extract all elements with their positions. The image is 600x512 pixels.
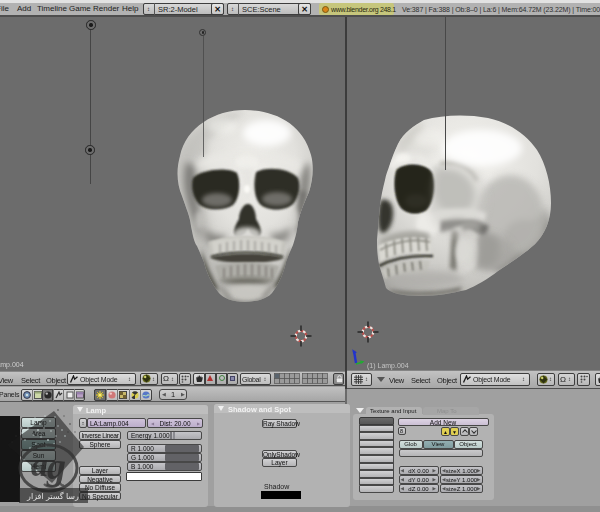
svg-text:g: g [46,445,66,487]
svg-text:رسا گستر افزار: رسا گستر افزار [26,491,79,501]
svg-text:a: a [31,446,48,483]
